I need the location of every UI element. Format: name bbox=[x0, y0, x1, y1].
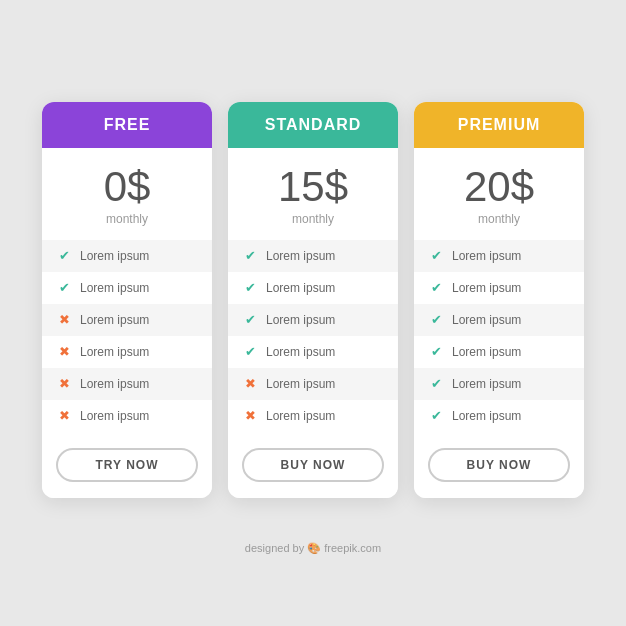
features-list-free: ✔Lorem ipsum✔Lorem ipsum✖Lorem ipsum✖Lor… bbox=[42, 240, 212, 432]
feature-text: Lorem ipsum bbox=[452, 345, 521, 359]
feature-text: Lorem ipsum bbox=[80, 313, 149, 327]
feature-text: Lorem ipsum bbox=[80, 345, 149, 359]
list-item: ✔Lorem ipsum bbox=[228, 240, 398, 272]
list-item: ✔Lorem ipsum bbox=[414, 304, 584, 336]
feature-text: Lorem ipsum bbox=[80, 409, 149, 423]
list-item: ✖Lorem ipsum bbox=[228, 368, 398, 400]
feature-text: Lorem ipsum bbox=[80, 281, 149, 295]
feature-text: Lorem ipsum bbox=[266, 377, 335, 391]
list-item: ✔Lorem ipsum bbox=[228, 336, 398, 368]
checkmark-icon: ✔ bbox=[56, 248, 72, 264]
card-header-free: FREE bbox=[42, 102, 212, 148]
checkmark-icon: ✔ bbox=[428, 408, 444, 424]
checkmark-icon: ✔ bbox=[242, 280, 258, 296]
list-item: ✖Lorem ipsum bbox=[42, 400, 212, 432]
list-item: ✔Lorem ipsum bbox=[414, 240, 584, 272]
features-list-premium: ✔Lorem ipsum✔Lorem ipsum✔Lorem ipsum✔Lor… bbox=[414, 240, 584, 432]
list-item: ✔Lorem ipsum bbox=[414, 368, 584, 400]
feature-text: Lorem ipsum bbox=[452, 409, 521, 423]
checkmark-icon: ✔ bbox=[242, 312, 258, 328]
cross-icon: ✖ bbox=[242, 376, 258, 392]
pricing-card-premium: PREMIUM20$monthly✔Lorem ipsum✔Lorem ipsu… bbox=[414, 102, 584, 498]
feature-text: Lorem ipsum bbox=[452, 249, 521, 263]
feature-text: Lorem ipsum bbox=[452, 313, 521, 327]
checkmark-icon: ✔ bbox=[56, 280, 72, 296]
list-item: ✔Lorem ipsum bbox=[414, 272, 584, 304]
checkmark-icon: ✔ bbox=[428, 312, 444, 328]
list-item: ✖Lorem ipsum bbox=[228, 400, 398, 432]
price-period-free: monthly bbox=[52, 212, 202, 226]
features-list-standard: ✔Lorem ipsum✔Lorem ipsum✔Lorem ipsum✔Lor… bbox=[228, 240, 398, 432]
price-period-premium: monthly bbox=[424, 212, 574, 226]
checkmark-icon: ✔ bbox=[428, 376, 444, 392]
cta-button-premium[interactable]: BUY NOW bbox=[428, 448, 570, 482]
feature-text: Lorem ipsum bbox=[452, 281, 521, 295]
list-item: ✔Lorem ipsum bbox=[42, 240, 212, 272]
checkmark-icon: ✔ bbox=[428, 280, 444, 296]
feature-text: Lorem ipsum bbox=[80, 377, 149, 391]
cross-icon: ✖ bbox=[56, 344, 72, 360]
price-amount-free: 0$ bbox=[52, 166, 202, 208]
pricing-card-standard: STANDARD15$monthly✔Lorem ipsum✔Lorem ips… bbox=[228, 102, 398, 498]
card-footer-free: TRY NOW bbox=[42, 432, 212, 498]
cross-icon: ✖ bbox=[242, 408, 258, 424]
list-item: ✖Lorem ipsum bbox=[42, 304, 212, 336]
checkmark-icon: ✔ bbox=[242, 344, 258, 360]
list-item: ✔Lorem ipsum bbox=[228, 272, 398, 304]
cross-icon: ✖ bbox=[56, 376, 72, 392]
cta-button-standard[interactable]: BUY NOW bbox=[242, 448, 384, 482]
feature-text: Lorem ipsum bbox=[266, 281, 335, 295]
feature-text: Lorem ipsum bbox=[266, 409, 335, 423]
price-section-premium: 20$monthly bbox=[414, 148, 584, 240]
list-item: ✖Lorem ipsum bbox=[42, 368, 212, 400]
price-section-free: 0$monthly bbox=[42, 148, 212, 240]
card-header-standard: STANDARD bbox=[228, 102, 398, 148]
pricing-container: FREE0$monthly✔Lorem ipsum✔Lorem ipsum✖Lo… bbox=[12, 62, 614, 538]
checkmark-icon: ✔ bbox=[428, 344, 444, 360]
feature-text: Lorem ipsum bbox=[452, 377, 521, 391]
list-item: ✖Lorem ipsum bbox=[42, 336, 212, 368]
card-footer-premium: BUY NOW bbox=[414, 432, 584, 498]
cross-icon: ✖ bbox=[56, 312, 72, 328]
price-section-standard: 15$monthly bbox=[228, 148, 398, 240]
checkmark-icon: ✔ bbox=[428, 248, 444, 264]
feature-text: Lorem ipsum bbox=[266, 345, 335, 359]
list-item: ✔Lorem ipsum bbox=[414, 336, 584, 368]
price-amount-standard: 15$ bbox=[238, 166, 388, 208]
cta-button-free[interactable]: TRY NOW bbox=[56, 448, 198, 482]
price-amount-premium: 20$ bbox=[424, 166, 574, 208]
card-header-premium: PREMIUM bbox=[414, 102, 584, 148]
footer-credit: designed by 🎨 freepik.com bbox=[245, 542, 381, 555]
feature-text: Lorem ipsum bbox=[266, 249, 335, 263]
cross-icon: ✖ bbox=[56, 408, 72, 424]
list-item: ✔Lorem ipsum bbox=[228, 304, 398, 336]
pricing-card-free: FREE0$monthly✔Lorem ipsum✔Lorem ipsum✖Lo… bbox=[42, 102, 212, 498]
feature-text: Lorem ipsum bbox=[266, 313, 335, 327]
price-period-standard: monthly bbox=[238, 212, 388, 226]
card-footer-standard: BUY NOW bbox=[228, 432, 398, 498]
checkmark-icon: ✔ bbox=[242, 248, 258, 264]
list-item: ✔Lorem ipsum bbox=[42, 272, 212, 304]
feature-text: Lorem ipsum bbox=[80, 249, 149, 263]
list-item: ✔Lorem ipsum bbox=[414, 400, 584, 432]
